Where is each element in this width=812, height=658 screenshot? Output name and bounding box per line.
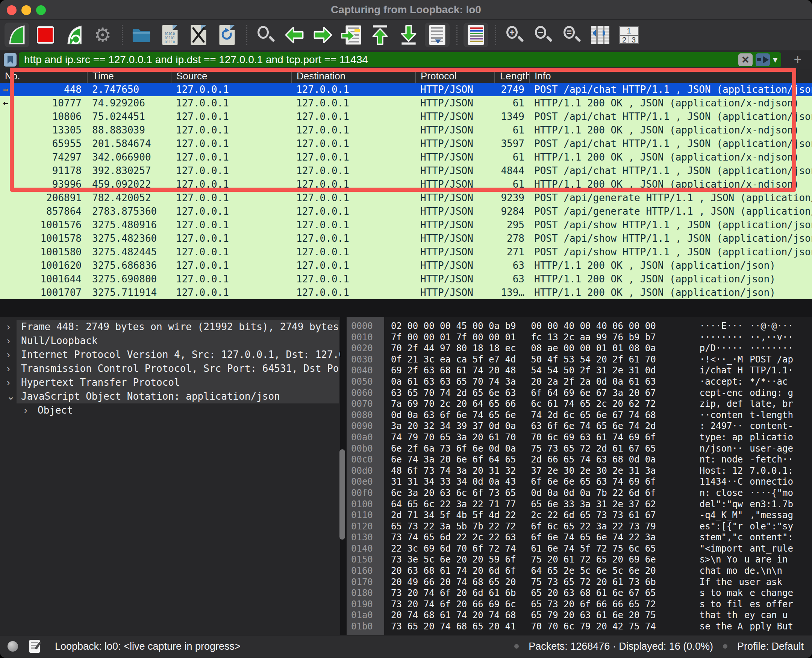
- hex-row[interactable]: 00d0 48 6f 73 74 3a 20 31 32 37 2e 30 2e…: [347, 465, 812, 477]
- table-row[interactable]: 91178 392.830257 127.0.0.1 127.0.0.1 HTT…: [0, 164, 812, 177]
- hex-row[interactable]: 00e0 31 31 34 33 34 0d 0a 43 6f 6e 6e 65…: [347, 476, 812, 488]
- layout-123-button[interactable]: 1 2 3: [616, 23, 641, 47]
- save-file-button[interactable]: 010100110101110: [158, 23, 182, 47]
- hex-row[interactable]: 0140 22 3c 69 6d 70 6f 72 74 61 6e 74 5f…: [347, 543, 812, 555]
- detail-tree-row[interactable]: › Object: [0, 403, 340, 417]
- capture-options-button[interactable]: ⚙: [90, 23, 115, 47]
- table-row[interactable]: 1001644 3275.690800 127.0.0.1 127.0.0.1 …: [0, 272, 812, 286]
- detail-tree-row[interactable]: › Hypertext Transfer Protocol: [0, 376, 340, 390]
- hex-row[interactable]: 0010 7f 00 00 01 7f 00 00 01 fc 13 2c aa…: [347, 332, 812, 343]
- go-to-packet-button[interactable]: [339, 23, 364, 47]
- first-packet-button[interactable]: [368, 23, 393, 47]
- expander-chevron-icon[interactable]: ›: [7, 362, 10, 376]
- hex-row[interactable]: 0190 73 20 74 6f 20 66 69 6c 65 73 20 6f…: [347, 599, 812, 610]
- column-header[interactable]: Destination: [291, 69, 415, 83]
- column-header[interactable]: Info: [529, 69, 812, 83]
- table-row[interactable]: 1001578 3275.482360 127.0.0.1 127.0.0.1 …: [0, 232, 812, 245]
- table-row[interactable]: 10806 75.024451 127.0.0.1 127.0.0.1 HTTP…: [0, 110, 812, 123]
- close-file-button[interactable]: [186, 23, 211, 47]
- restart-capture-button[interactable]: [62, 23, 86, 47]
- table-row[interactable]: ← 10777 74.929206 127.0.0.1 127.0.0.1 HT…: [0, 96, 812, 110]
- table-row[interactable]: 1001620 3275.686836 127.0.0.1 127.0.0.1 …: [0, 258, 812, 272]
- column-header[interactable]: Length: [494, 69, 529, 83]
- table-row[interactable]: 1001580 3275.482445 127.0.0.1 127.0.0.1 …: [0, 245, 812, 258]
- find-packet-button[interactable]: [253, 23, 278, 47]
- reload-file-button[interactable]: [215, 23, 239, 47]
- details-scrollbar[interactable]: [340, 449, 345, 540]
- hex-row[interactable]: 0150 73 3e 5c 6e 20 20 59 6f 75 20 61 72…: [347, 554, 812, 566]
- table-row[interactable]: 13305 88.883039 127.0.0.1 127.0.0.1 HTTP…: [0, 123, 812, 137]
- column-header[interactable]: Time: [87, 69, 171, 83]
- profile-text[interactable]: Profile: Default: [737, 641, 804, 652]
- table-row[interactable]: 206891 782.420052 127.0.0.1 127.0.0.1 HT…: [0, 191, 812, 205]
- start-capture-button[interactable]: [5, 23, 29, 47]
- detail-tree-row[interactable]: › Internet Protocol Version 4, Src: 127.…: [0, 348, 340, 362]
- detail-tree-row[interactable]: › Transmission Control Protocol, Src Por…: [0, 362, 340, 376]
- hex-row[interactable]: 01a0 20 74 68 61 74 20 74 68 65 79 20 63…: [347, 610, 812, 621]
- detail-tree-row[interactable]: ⌄ JavaScript Object Notation: applicatio…: [0, 390, 340, 403]
- hex-row[interactable]: 0050 0a 61 63 63 65 70 74 3a 20 2a 2f 2a…: [347, 376, 812, 388]
- hex-row[interactable]: 0120 65 73 22 3a 5b 7b 22 72 6f 6c 65 22…: [347, 521, 812, 533]
- hex-row[interactable]: 0130 73 74 65 6d 22 2c 22 63 6f 6e 74 65…: [347, 532, 812, 543]
- close-window-button[interactable]: [7, 5, 17, 15]
- hex-row[interactable]: 0020 70 2f 44 97 80 18 18 ec 08 ae 00 00…: [347, 343, 812, 354]
- table-row[interactable]: 1001707 3275.711914 127.0.0.1 127.0.0.1 …: [0, 286, 812, 299]
- add-filter-button[interactable]: +: [790, 53, 805, 66]
- table-row[interactable]: 65955 201.584674 127.0.0.1 127.0.0.1 HTT…: [0, 137, 812, 150]
- hex-row[interactable]: 00b0 6e 2f 6a 73 6f 6e 0d 0a 75 73 65 72…: [347, 443, 812, 454]
- apply-filter-button[interactable]: [756, 53, 770, 66]
- expander-chevron-icon[interactable]: ›: [7, 320, 10, 334]
- table-row[interactable]: → 448 2.747650 127.0.0.1 127.0.0.1 HTTP/…: [0, 83, 812, 96]
- hex-row[interactable]: 00f0 6e 3a 20 63 6c 6f 73 65 0d 0a 0d 0a…: [347, 488, 812, 499]
- fullscreen-window-button[interactable]: [36, 5, 46, 15]
- zoom-in-button[interactable]: +: [502, 23, 527, 47]
- expander-chevron-icon[interactable]: ›: [7, 376, 10, 390]
- next-packet-button[interactable]: [310, 23, 335, 47]
- expander-chevron-icon[interactable]: ⌄: [7, 390, 15, 403]
- hex-row[interactable]: 00a0 74 79 70 65 3a 20 61 70 70 6c 69 63…: [347, 432, 812, 443]
- hex-row[interactable]: 0070 7a 69 70 2c 20 64 65 66 6c 61 74 65…: [347, 399, 812, 410]
- hex-row[interactable]: 00c0 6e 74 3a 20 6e 6f 64 65 2d 66 65 74…: [347, 454, 812, 465]
- expander-chevron-icon[interactable]: ›: [7, 348, 10, 362]
- hex-row[interactable]: 01b0 73 65 20 74 68 65 20 41 70 70 6c 79…: [347, 621, 812, 633]
- hex-row[interactable]: 0040 69 2f 63 68 61 74 20 48 54 54 50 2f…: [347, 365, 812, 376]
- title-bar[interactable]: Capturing from Loopback: lo0: [0, 0, 812, 20]
- column-header[interactable]: Protocol: [415, 69, 494, 83]
- table-row[interactable]: 857864 2783.875360 127.0.0.1 127.0.0.1 H…: [0, 205, 812, 218]
- open-file-button[interactable]: [129, 23, 154, 47]
- table-row[interactable]: 74297 342.066900 127.0.0.1 127.0.0.1 HTT…: [0, 150, 812, 164]
- stop-capture-button[interactable]: [33, 23, 58, 47]
- hex-row[interactable]: 0080 0d 0a 63 6f 6e 74 65 6e 74 2d 6c 65…: [347, 410, 812, 421]
- column-header[interactable]: Source: [171, 69, 291, 83]
- table-row[interactable]: 1001576 3275.480916 127.0.0.1 127.0.0.1 …: [0, 218, 812, 232]
- hex-row[interactable]: 0160 20 63 68 61 74 20 6d 6f 64 65 2e 5c…: [347, 566, 812, 577]
- capture-comment-icon[interactable]: [29, 640, 40, 653]
- zoom-out-button[interactable]: −: [531, 23, 555, 47]
- clear-filter-button[interactable]: ✕: [738, 53, 753, 66]
- resize-columns-button[interactable]: [588, 23, 613, 47]
- hex-row[interactable]: 0090 3a 20 32 34 39 37 0d 0a 63 6f 6e 74…: [347, 421, 812, 432]
- previous-packet-button[interactable]: [282, 23, 307, 47]
- pane-divider-horizontal[interactable]: [0, 299, 812, 317]
- hex-row[interactable]: 0030 0f 21 3c ea ca 5f e7 4d 50 4f 53 54…: [347, 354, 812, 365]
- capture-indicator-icon[interactable]: [8, 641, 18, 652]
- display-filter-input[interactable]: http and ip.src == 127.0.0.1 and ip.dst …: [19, 52, 781, 67]
- detail-tree-row[interactable]: › Null/Loopback: [0, 334, 340, 348]
- auto-scroll-button[interactable]: [425, 23, 450, 47]
- hex-row[interactable]: 0000 02 00 00 00 45 00 0a b9 00 00 40 00…: [347, 321, 812, 332]
- hex-row[interactable]: 0110 2d 71 34 5f 4b 5f 4d 22 2c 22 6d 65…: [347, 510, 812, 521]
- filter-bookmark-icon[interactable]: [4, 53, 17, 67]
- filter-history-caret-icon[interactable]: ▾: [773, 55, 778, 65]
- last-packet-button[interactable]: [396, 23, 421, 47]
- minimize-window-button[interactable]: [22, 5, 31, 15]
- hex-row[interactable]: 0100 64 65 6c 22 3a 22 71 77 65 6e 33 3a…: [347, 499, 812, 510]
- colorize-packets-button[interactable]: [463, 23, 488, 47]
- hex-row[interactable]: 0180 73 20 74 6f 20 6d 61 6b 65 20 63 68…: [347, 588, 812, 599]
- table-row[interactable]: 93996 459.092022 127.0.0.1 127.0.0.1 HTT…: [0, 177, 812, 191]
- hex-row[interactable]: 0060 63 65 70 74 2d 65 6e 63 6f 64 69 6e…: [347, 388, 812, 399]
- detail-tree-row[interactable]: › Frame 448: 2749 bytes on wire (21992 b…: [0, 320, 340, 334]
- column-header[interactable]: No.: [0, 69, 87, 83]
- expander-chevron-icon[interactable]: ›: [24, 403, 27, 417]
- zoom-reset-button[interactable]: =: [559, 23, 584, 47]
- expander-chevron-icon[interactable]: ›: [7, 334, 10, 348]
